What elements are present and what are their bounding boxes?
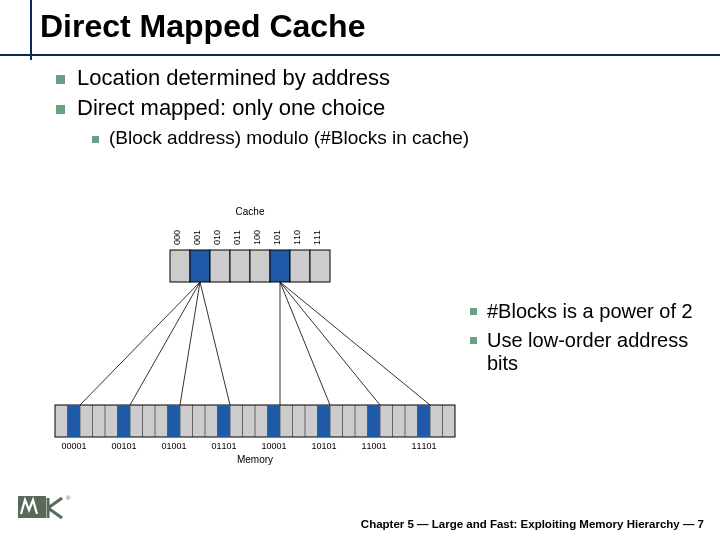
cache-cell-highlight (190, 250, 210, 282)
cache-index-label: 101 (272, 230, 282, 245)
memory-cell-highlight (418, 405, 431, 437)
cache-cell (250, 250, 270, 282)
svg-line-2 (180, 282, 200, 405)
bullet-text: Location determined by address (77, 65, 390, 91)
cache-cell-highlight (270, 250, 290, 282)
bullet-text: #Blocks is a power of 2 (487, 300, 693, 323)
svg-line-7 (280, 282, 430, 405)
memory-address-label: 11001 (361, 441, 386, 451)
memory-address-label: 10101 (311, 441, 336, 451)
cache-cell (210, 250, 230, 282)
bullet-list-level2: (Block address) modulo (#Blocks in cache… (92, 127, 700, 149)
memory-address-label: 00101 (111, 441, 136, 451)
square-bullet-icon (470, 337, 477, 344)
bullet-item: Direct mapped: only one choice (56, 95, 700, 121)
title-underline (0, 54, 720, 56)
cache-cell (290, 250, 310, 282)
cache-row: 000 001 010 011 100 101 110 111 (170, 230, 330, 282)
memory-cell-highlight (168, 405, 181, 437)
svg-line-0 (80, 282, 200, 405)
title-vertical-rule (30, 0, 32, 60)
slide-footer: Chapter 5 — Large and Fast: Exploiting M… (361, 518, 704, 530)
publisher-logo: ® (18, 492, 72, 522)
content-area: Location determined by address Direct ma… (0, 45, 720, 149)
bullet-item: #Blocks is a power of 2 (470, 300, 700, 323)
svg-line-6 (280, 282, 380, 405)
square-bullet-icon (470, 308, 477, 315)
memory-title: Memory (237, 454, 273, 465)
memory-address-label: 01101 (211, 441, 236, 451)
slide-title: Direct Mapped Cache (40, 8, 720, 45)
bullet-item: (Block address) modulo (#Blocks in cache… (92, 127, 700, 149)
svg-text:®: ® (66, 495, 71, 501)
cache-index-label: 110 (292, 230, 302, 245)
memory-cell-highlight (118, 405, 131, 437)
mapping-lines (80, 282, 430, 405)
memory-cell-highlight (268, 405, 281, 437)
memory-cell-highlight (218, 405, 231, 437)
square-bullet-icon (92, 136, 99, 143)
cache-index-label: 011 (232, 230, 242, 245)
cache-index-label: 000 (172, 230, 182, 245)
cache-index-label: 001 (192, 230, 202, 245)
bullet-text: Direct mapped: only one choice (77, 95, 385, 121)
bullet-list-level1: Location determined by address Direct ma… (56, 65, 700, 121)
square-bullet-icon (56, 105, 65, 114)
cache-index-label: 111 (312, 230, 322, 245)
bullet-item: Location determined by address (56, 65, 700, 91)
cache-diagram: Cache 000 001 010 011 100 101 110 111 (40, 205, 460, 465)
svg-line-3 (200, 282, 230, 405)
memory-cell-highlight (368, 405, 381, 437)
cache-cell (310, 250, 330, 282)
memory-address-label: 00001 (61, 441, 86, 451)
title-container: Direct Mapped Cache (0, 0, 720, 45)
cache-title: Cache (236, 206, 265, 217)
memory-row (55, 405, 455, 437)
bullet-item: Use low-order address bits (470, 329, 700, 375)
square-bullet-icon (56, 75, 65, 84)
svg-line-5 (280, 282, 330, 405)
cache-index-label: 010 (212, 230, 222, 245)
cache-cell (230, 250, 250, 282)
bullet-text: Use low-order address bits (487, 329, 700, 375)
memory-cell-highlight (318, 405, 331, 437)
memory-address-label: 01001 (161, 441, 186, 451)
bullet-text: (Block address) modulo (#Blocks in cache… (109, 127, 469, 149)
cache-cell (170, 250, 190, 282)
cache-index-label: 100 (252, 230, 262, 245)
diagram-svg: Cache 000 001 010 011 100 101 110 111 (40, 205, 460, 465)
memory-address-label: 11101 (411, 441, 436, 451)
memory-address-label: 10001 (261, 441, 286, 451)
memory-cell-highlight (68, 405, 81, 437)
right-bullet-list: #Blocks is a power of 2 Use low-order ad… (470, 300, 700, 381)
